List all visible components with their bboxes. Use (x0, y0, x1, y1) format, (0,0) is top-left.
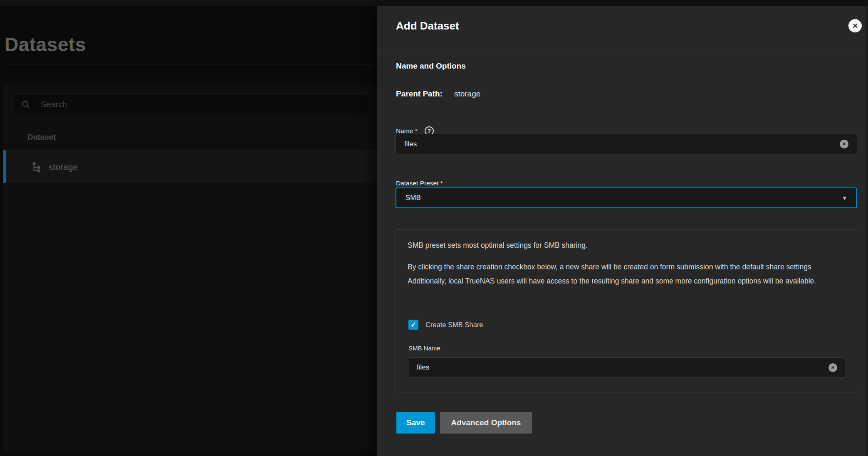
search-box[interactable] (14, 94, 368, 115)
clear-name-icon[interactable]: ✕ (840, 140, 848, 148)
smb-preset-info-box: SMB preset sets most optimal settings fo… (396, 229, 857, 392)
section-heading: Name and Options (396, 62, 466, 71)
smb-name-input-wrap: ✕ (408, 357, 846, 377)
dataset-preset-select[interactable]: SMB ▼ (396, 187, 857, 208)
parent-path-row: Parent Path: storage (396, 89, 480, 99)
preset-field-label: Dataset Preset * (396, 180, 443, 187)
save-button[interactable]: Save (396, 412, 435, 434)
divider (377, 49, 868, 49)
preset-info-line1: SMB preset sets most optimal settings fo… (408, 238, 847, 252)
scrollbar[interactable] (865, 6, 868, 456)
table-column-header: Dataset (27, 133, 56, 142)
top-bar (0, 0, 868, 6)
preset-selected-value: SMB (406, 194, 842, 202)
preset-label-row: Dataset Preset * (396, 180, 443, 187)
divider (3, 64, 377, 64)
create-smb-share-row: ✓ Create SMB Share (408, 320, 483, 330)
smb-name-input[interactable] (417, 363, 828, 372)
create-smb-share-checkbox[interactable]: ✓ (408, 320, 418, 330)
datasets-page: Datasets Dataset storage (0, 6, 377, 456)
dataset-tree-icon (32, 161, 43, 173)
name-input[interactable] (404, 140, 840, 148)
name-input-wrap: ✕ (396, 134, 857, 154)
datasets-card: Dataset storage (3, 85, 377, 451)
create-smb-share-label: Create SMB Share (425, 321, 483, 329)
drawer-title: Add Dataset (396, 20, 459, 32)
clear-smb-name-icon[interactable]: ✕ (828, 363, 837, 372)
parent-path-value: storage (454, 89, 480, 99)
add-dataset-drawer: Add Dataset ✕ Name and Options Parent Pa… (377, 6, 868, 456)
search-icon (21, 100, 31, 109)
search-input[interactable] (41, 100, 368, 109)
table-row-storage[interactable]: storage (3, 150, 377, 183)
smb-name-label: SMB Name (408, 345, 440, 352)
advanced-options-button[interactable]: Advanced Options (440, 412, 532, 434)
form-buttons: Save Advanced Options (396, 412, 532, 434)
chevron-down-icon: ▼ (842, 195, 847, 201)
parent-path-label: Parent Path: (396, 89, 443, 99)
page-title: Datasets (5, 33, 86, 56)
close-icon[interactable]: ✕ (848, 19, 862, 32)
preset-info-line2: By clicking the share creation checkbox … (408, 260, 847, 288)
dataset-row-label: storage (49, 162, 78, 172)
